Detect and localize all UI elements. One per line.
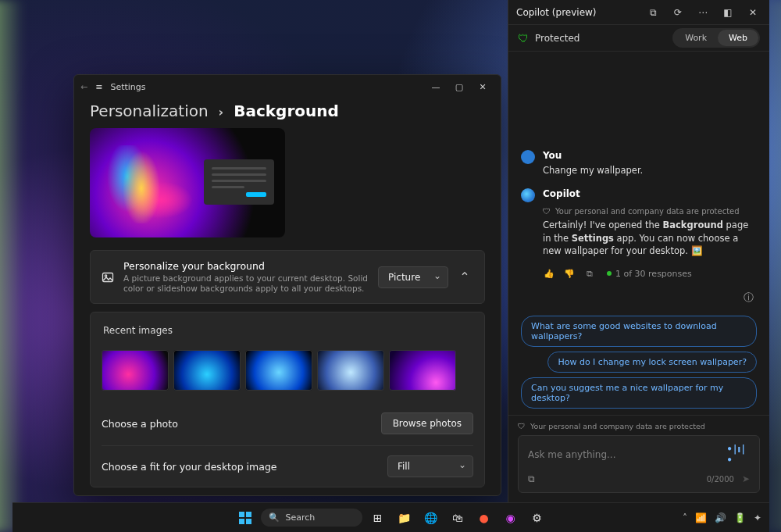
personalize-subtitle: A picture background applies to your cur… [123,273,369,294]
maximize-button[interactable]: ▢ [448,75,471,98]
system-tray[interactable]: ˄ 📶 🔊 🔋 ✦ [683,512,761,523]
suggestion-chip[interactable]: Can you suggest me a nice wallpaper for … [521,377,757,409]
recent-images-label: Recent images [103,325,473,336]
personalize-title: Personalize your background [123,260,369,272]
app-icon[interactable]: ● [473,507,495,529]
feedback-bar: 👍 👎 ⧉ 1 of 30 responses [543,267,757,280]
background-preview [90,128,285,237]
thumbs-down-icon[interactable]: 👎 [563,267,576,280]
close-icon[interactable]: ✕ [744,4,761,21]
scope-work[interactable]: Work [674,30,718,46]
user-text: Change my wallpaper. [543,164,643,177]
wifi-icon[interactable]: 📶 [695,512,707,523]
copilot-subheader: 🛡 Protected Work Web [508,25,769,52]
taskbar-search-label: Search [286,512,316,523]
svg-rect-5 [239,519,244,524]
copilot-avatar [521,188,535,202]
dock-icon[interactable]: ◧ [719,4,736,21]
close-button[interactable]: ✕ [471,75,494,98]
tray-overflow-icon[interactable]: ˄ [683,512,687,523]
svg-rect-4 [246,512,251,517]
send-icon[interactable]: ➤ [742,473,750,484]
copilot-message: Copilot 🛡 Your personal and company data… [521,188,757,280]
scope-web[interactable]: Web [718,30,758,46]
browse-photos-button[interactable]: Browse photos [381,412,473,434]
more-icon[interactable]: ⋯ [694,4,711,21]
svg-rect-0 [103,273,113,281]
recent-image-thumb[interactable] [317,350,384,391]
personalize-background-panel: Personalize your background A picture ba… [90,250,485,304]
copilot-name: Copilot [543,188,757,199]
minimize-button[interactable]: — [424,75,448,98]
shield-icon: 🛡 [518,32,529,45]
task-view-icon[interactable]: ⊞ [367,507,389,529]
breadcrumb-leaf: Background [234,102,339,120]
fit-dropdown[interactable]: Fill [387,455,473,477]
edge-icon[interactable]: 🌐 [420,507,442,529]
copy-icon[interactable]: ⧉ [583,267,596,280]
choose-photo-label: Choose a photo [102,418,178,430]
svg-point-1 [105,274,106,276]
copilot-title: Copilot (preview) [516,7,597,18]
user-avatar [521,150,535,164]
explorer-icon[interactable]: 📁 [394,507,415,529]
copilot-input-box: •|ı|• ⧉ 0/2000 ➤ [518,435,760,493]
refresh-icon[interactable]: ⟳ [669,4,686,21]
recent-image-thumb[interactable] [389,350,456,391]
recent-image-thumb[interactable] [245,350,312,391]
thumbs-up-icon[interactable]: 👍 [543,267,555,280]
breadcrumb: Personalization › Background [74,98,501,128]
voice-icon[interactable]: •|ı|• [726,444,750,466]
help-icon[interactable]: ⓘ [744,291,754,305]
back-icon[interactable]: ← [80,82,87,92]
lock-icon: 🛡 [518,422,526,430]
taskbar: 🔍 Search ⊞ 📁 🌐 🛍 ● ◉ ⚙ ˄ 📶 🔊 🔋 ✦ [12,502,769,532]
copilot-footer: 🛡 Your personal and company data are pro… [508,415,769,502]
suggestion-list: What are some good websites to download … [521,316,757,409]
settings-titlebar: ← ≡ Settings — ▢ ✕ [74,75,501,98]
copilot-header: Copilot (preview) ⧉ ⟳ ⋯ ◧ ✕ [508,0,769,25]
app-icon[interactable]: ◉ [500,507,522,529]
char-count: 0/2000 [707,475,734,484]
preview-mock-window [204,159,274,205]
svg-rect-6 [246,519,251,524]
response-counter: 1 of 30 responses [607,269,692,279]
image-input-icon[interactable]: ⧉ [528,473,535,484]
open-external-icon[interactable]: ⧉ [644,4,662,21]
chevron-right-icon: › [219,105,224,120]
recent-images-panel: Recent images Choose a photo Browse phot… [90,312,485,487]
recent-image-thumb[interactable] [102,350,169,391]
start-button[interactable] [234,507,256,529]
copilot-tray-icon[interactable]: ✦ [754,512,761,523]
suggestion-chip[interactable]: What are some good websites to download … [521,316,757,347]
suggestion-chip[interactable]: How do I change my lock screen wallpaper… [547,352,757,373]
taskbar-search[interactable]: 🔍 Search [261,509,362,527]
scope-toggle: Work Web [672,28,760,48]
choose-fit-label: Choose a fit for your desktop image [102,461,277,473]
store-icon[interactable]: 🛍 [447,507,469,529]
settings-app-name: Settings [110,82,145,92]
copilot-input[interactable] [528,449,726,460]
copilot-text: Certainly! I've opened the Background pa… [543,219,757,258]
background-type-dropdown[interactable]: Picture [378,266,448,288]
settings-window: ← ≡ Settings — ▢ ✕ Personalization › Bac… [73,74,501,496]
volume-icon[interactable]: 🔊 [715,512,726,523]
settings-taskbar-icon[interactable]: ⚙ [526,507,548,529]
svg-rect-3 [239,512,244,517]
breadcrumb-root[interactable]: Personalization [90,102,209,120]
recent-image-thumb[interactable] [173,350,241,391]
expand-section-button[interactable]: ⌃ [456,269,473,286]
battery-icon[interactable]: 🔋 [734,512,746,523]
user-name: You [543,150,643,161]
copilot-protect-note: Your personal and company data are prote… [555,207,740,216]
hamburger-icon[interactable]: ≡ [95,82,102,92]
picture-icon [102,271,114,284]
user-message: You Change my wallpaper. [521,150,757,177]
lock-icon: 🛡 [543,207,551,216]
footer-protect-note: Your personal and company data are prote… [530,422,705,430]
search-icon: 🔍 [269,512,280,523]
copilot-panel: Copilot (preview) ⧉ ⟳ ⋯ ◧ ✕ 🛡 Protected … [508,0,769,502]
protected-label: Protected [535,33,580,44]
